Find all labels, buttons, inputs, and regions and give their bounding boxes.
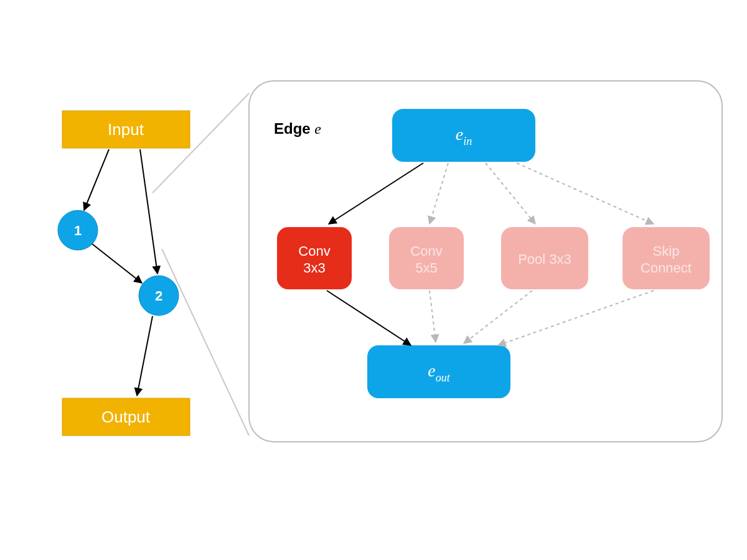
arrow-ein-pool: [486, 163, 535, 224]
panel-title: Edge e: [274, 120, 321, 137]
arrow-pool-eout: [464, 291, 532, 343]
op-skip-label-1: Skip: [653, 243, 680, 259]
output-label: Output: [101, 408, 151, 426]
left-graph: Input 1 2 Output: [58, 111, 190, 436]
arrow-conv5-eout: [430, 291, 436, 342]
diagram-canvas: Input 1 2 Output Edge e: [0, 0, 747, 560]
edge-input-1: [84, 149, 109, 210]
arrow-ein-conv3: [329, 163, 423, 224]
edge-input-2: [140, 149, 157, 274]
arrow-conv3-eout: [327, 291, 411, 345]
e-in-block: ein: [392, 109, 535, 162]
op-conv5x5-label-1: Conv: [410, 243, 442, 259]
edge-1-2: [92, 244, 142, 283]
op-conv3x3-label-1: Conv: [298, 243, 330, 259]
output-node: Output: [62, 398, 190, 436]
node-2-label: 2: [155, 288, 162, 304]
arrow-ein-conv5: [430, 163, 448, 224]
node-1: 1: [58, 210, 98, 250]
edge-detail-panel: Edge e ein eout Conv 3x3 Conv 5x5: [249, 81, 722, 442]
op-pool3x3: Pool 3x3: [501, 227, 588, 289]
node-2: 2: [139, 276, 179, 315]
arrow-ein-skip: [517, 163, 654, 224]
e-out-block: eout: [367, 345, 510, 398]
op-conv3x3-label-2: 3x3: [303, 260, 325, 276]
op-conv5x5-label-2: 5x5: [415, 260, 437, 276]
node-1-label: 1: [74, 223, 82, 238]
input-node: Input: [62, 111, 190, 148]
op-skip-connect: Skip Connect: [622, 227, 710, 289]
input-label: Input: [108, 120, 144, 139]
op-skip-label-2: Connect: [641, 260, 692, 276]
op-conv3x3: Conv 3x3: [277, 227, 352, 289]
op-conv5x5: Conv 5x5: [389, 227, 464, 289]
op-pool3x3-label: Pool 3x3: [518, 251, 571, 267]
edge-2-output: [137, 316, 153, 396]
